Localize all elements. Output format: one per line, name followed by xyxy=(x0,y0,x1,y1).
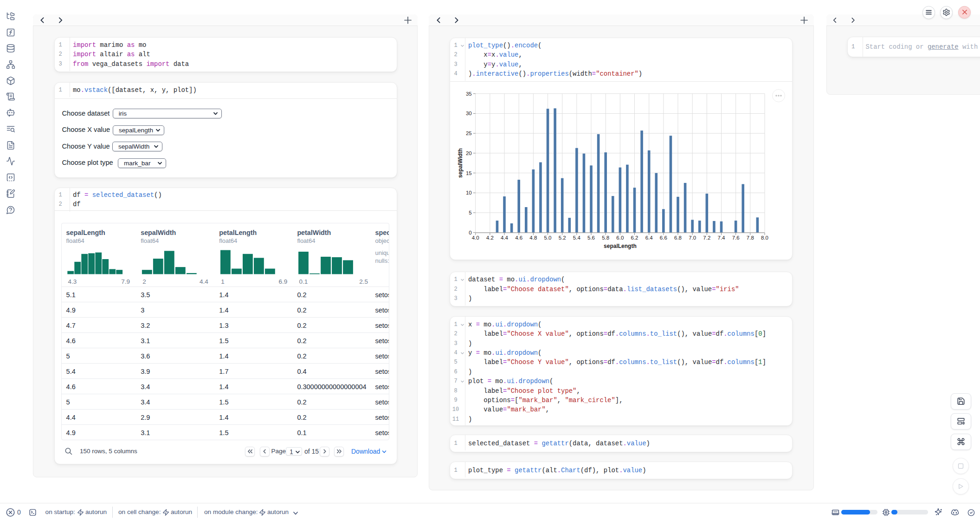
svg-text:6.4: 6.4 xyxy=(645,235,653,241)
svg-text:6.6: 6.6 xyxy=(660,235,667,241)
svg-text:4.0: 4.0 xyxy=(472,235,479,241)
svg-text:4.8: 4.8 xyxy=(529,235,537,241)
svg-text:7.4: 7.4 xyxy=(718,235,726,241)
svg-text:30: 30 xyxy=(466,111,472,116)
svg-text:10: 10 xyxy=(466,190,472,195)
svg-text:6.0: 6.0 xyxy=(616,235,624,241)
svg-text:20: 20 xyxy=(466,150,472,156)
svg-text:5.8: 5.8 xyxy=(602,235,609,241)
svg-text:35: 35 xyxy=(466,91,472,97)
svg-text:4.6: 4.6 xyxy=(515,235,522,241)
svg-text:0: 0 xyxy=(469,230,471,235)
svg-text:7.2: 7.2 xyxy=(703,235,710,241)
svg-text:5.2: 5.2 xyxy=(559,235,566,241)
svg-text:8.0: 8.0 xyxy=(761,235,768,241)
svg-text:5.4: 5.4 xyxy=(573,235,581,241)
svg-text:25: 25 xyxy=(466,130,472,136)
svg-text:6.8: 6.8 xyxy=(674,235,682,241)
svg-text:7.6: 7.6 xyxy=(732,235,740,241)
svg-text:5.6: 5.6 xyxy=(587,235,595,241)
svg-text:4.4: 4.4 xyxy=(501,235,509,241)
svg-text:sepalLength: sepalLength xyxy=(604,243,637,249)
svg-text:4.2: 4.2 xyxy=(486,235,494,241)
svg-text:5.0: 5.0 xyxy=(544,235,552,241)
svg-text:5: 5 xyxy=(469,210,471,215)
svg-text:6.2: 6.2 xyxy=(631,235,638,241)
svg-text:7.8: 7.8 xyxy=(747,235,754,241)
svg-text:7.0: 7.0 xyxy=(689,235,696,241)
svg-text:15: 15 xyxy=(466,170,472,176)
svg-text:sepalWidth: sepalWidth xyxy=(457,148,464,178)
